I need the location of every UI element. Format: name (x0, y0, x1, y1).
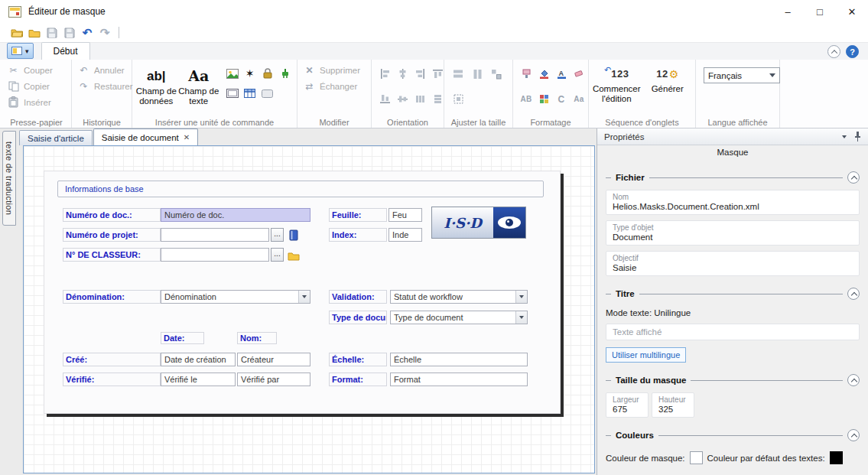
same-height-icon[interactable] (470, 66, 486, 82)
created-date-field[interactable]: Date de création (161, 353, 236, 366)
sheet-label[interactable]: Feuille: (329, 208, 387, 222)
folder-icon[interactable] (27, 25, 42, 41)
undo-button[interactable]: ↶ Annuler (75, 62, 128, 78)
font-color-icon[interactable]: A (554, 66, 570, 82)
date-header-label[interactable]: Date: (161, 332, 204, 344)
project-number-field[interactable] (161, 228, 269, 242)
help-button[interactable]: ? (846, 45, 859, 58)
combo-dropdown-button[interactable] (515, 291, 527, 303)
project-browse-button[interactable]: ... (271, 228, 284, 242)
collapse-section-icon[interactable] (847, 374, 860, 386)
align-top-icon[interactable] (430, 66, 446, 82)
binder-browse-button[interactable]: ... (271, 248, 284, 262)
section-taille-header[interactable]: Taille du masque (606, 373, 860, 387)
rotate-char-icon[interactable]: C (554, 91, 570, 107)
tab-saisie-document[interactable]: Saisie de document ✕ (93, 129, 198, 145)
cut-button[interactable]: ✂ Couper (5, 62, 68, 78)
align-left-icon[interactable] (377, 66, 393, 82)
doc-type-combo[interactable]: Type de document (390, 311, 528, 324)
align-center-horizontal-icon[interactable] (395, 91, 411, 107)
mask-width-field[interactable]: Largeur 675 (606, 392, 649, 418)
validation-label[interactable]: Validation: (329, 290, 387, 304)
project-book-icon[interactable] (287, 229, 301, 242)
fill-color-icon[interactable] (536, 66, 552, 82)
minimize-button[interactable]: – (772, 0, 804, 23)
insert-text-field-button[interactable]: Aa Champ de texte (178, 62, 220, 106)
binder-field[interactable] (161, 248, 269, 262)
objective-field[interactable]: Objectif Saisie (606, 251, 860, 276)
distribute-horizontal-icon[interactable] (412, 91, 428, 107)
case-icon[interactable]: Aa (571, 91, 587, 107)
insert-plug-button[interactable] (277, 66, 293, 82)
distribute-vertical-icon[interactable] (430, 91, 446, 107)
align-bottom-icon[interactable] (377, 91, 393, 107)
save-icon[interactable] (44, 25, 60, 41)
grid-size-icon[interactable] (450, 91, 467, 107)
scale-label[interactable]: Échelle: (329, 353, 387, 366)
color-palette-icon[interactable] (536, 91, 552, 107)
combo-dropdown-button[interactable] (298, 291, 310, 303)
translation-text-tab[interactable]: texte de traduction (2, 131, 16, 226)
groupbox-informations-de-base[interactable]: Informations de base (57, 181, 544, 197)
validation-combo[interactable]: Statut de workflow (390, 290, 528, 304)
name-header-label[interactable]: Nom: (237, 332, 277, 344)
delete-button[interactable]: ✕ Supprimer (301, 62, 368, 78)
collapse-section-icon[interactable] (847, 288, 860, 300)
collapse-ribbon-button[interactable] (827, 45, 840, 58)
binder-label[interactable]: N° DE CLASSEUR: (63, 248, 161, 262)
designation-combo[interactable]: Dénomination (161, 290, 310, 304)
created-by-field[interactable]: Créateur (237, 353, 310, 366)
maximize-button[interactable]: □ (804, 0, 836, 23)
open-folder-icon[interactable] (9, 25, 24, 41)
collapse-section-icon[interactable] (847, 429, 860, 441)
insert-lock-button[interactable] (259, 66, 275, 82)
uppercase-icon[interactable]: AB (519, 91, 535, 107)
section-fichier-header[interactable]: Fichier (606, 171, 860, 184)
same-size-icon[interactable] (489, 66, 505, 82)
align-right-icon[interactable] (412, 66, 428, 82)
mask-form[interactable]: Informations de base Numéro de doc.: Num… (44, 171, 561, 414)
generate-tab-order-button[interactable]: 12 ⚙ Générer (643, 62, 693, 104)
undo-icon[interactable]: ↶ (80, 25, 95, 41)
language-select[interactable]: Français (704, 67, 780, 83)
panel-menu-icon[interactable] (842, 135, 847, 138)
insert-button-button[interactable] (259, 86, 275, 102)
tab-debut[interactable]: Début (41, 42, 90, 60)
index-label[interactable]: Index: (329, 228, 387, 242)
design-canvas[interactable]: Informations de base Numéro de doc.: Num… (23, 145, 595, 473)
close-tab-icon[interactable]: ✕ (184, 133, 190, 142)
mask-color-swatch[interactable] (690, 451, 703, 464)
designation-label[interactable]: Dénomination: (63, 290, 161, 304)
paste-button[interactable]: Insérer (5, 94, 68, 110)
combo-dropdown-button[interactable] (515, 311, 527, 324)
redo-icon[interactable]: ↷ (97, 25, 112, 41)
mask-height-field[interactable]: Hauteur 325 (652, 392, 694, 418)
insert-table-button[interactable] (242, 86, 258, 102)
index-field[interactable]: Inde (388, 228, 422, 242)
displayed-text-input[interactable] (606, 324, 860, 340)
copy-button[interactable]: Copier (5, 78, 68, 94)
insert-data-field-button[interactable]: ab| Champ de données (135, 62, 177, 106)
swap-button[interactable]: ⇄ Échanger (301, 78, 368, 94)
properties-panel-header[interactable]: Propriétés (597, 129, 868, 145)
section-titre-header[interactable]: Titre (606, 287, 860, 301)
object-type-field[interactable]: Type d'objet Document (606, 220, 860, 246)
redo-button[interactable]: ↷ Restaurer (75, 78, 128, 94)
app-menu-button[interactable]: ▾ (7, 43, 34, 59)
collapse-section-icon[interactable] (847, 171, 860, 184)
verified-label[interactable]: Vérifié: (63, 373, 161, 386)
insert-frame-button[interactable] (224, 86, 240, 102)
pin-icon[interactable] (854, 132, 861, 142)
start-tab-edit-button[interactable]: ↶ 123 Commencer l'édition (592, 62, 642, 104)
sheet-field[interactable]: Feu (388, 208, 422, 222)
insert-image-button[interactable] (224, 66, 240, 82)
doc-type-label[interactable]: Type de docume (329, 311, 387, 324)
binder-folder-icon[interactable] (287, 249, 301, 262)
text-color-swatch[interactable] (830, 451, 843, 464)
save-as-icon[interactable] (62, 25, 77, 41)
tab-saisie-article[interactable]: Saisie d'article (19, 130, 93, 145)
format-painter-icon[interactable] (519, 66, 535, 82)
verified-by-field[interactable]: Vérifié par (237, 373, 310, 386)
file-name-field[interactable]: Nom Helios.Masks.Document.Creation.xml (606, 190, 860, 215)
project-number-label[interactable]: Numéro de projet: (63, 228, 161, 242)
